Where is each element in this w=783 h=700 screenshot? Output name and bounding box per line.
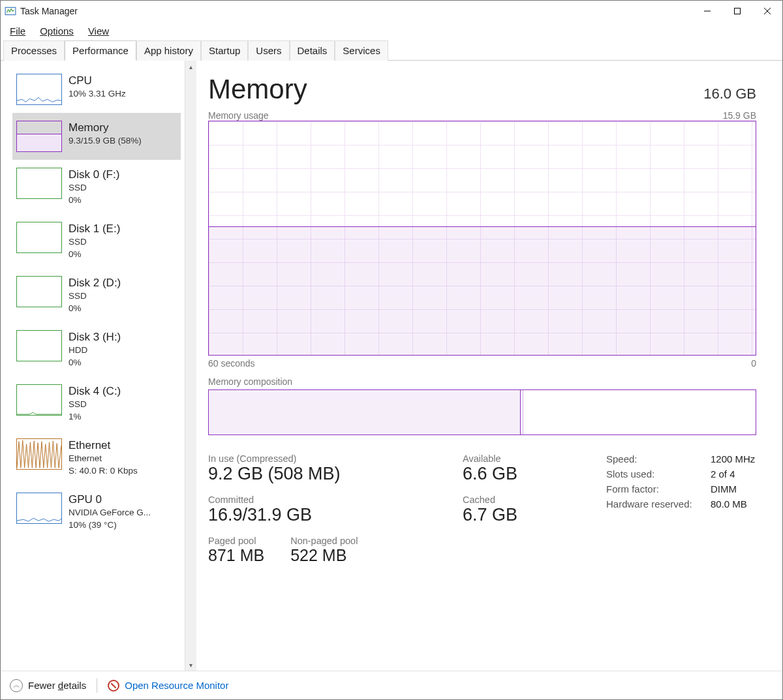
resource-monitor-label: Open Resource Monitor (125, 680, 228, 691)
nonpaged-label: Non-paged pool (290, 536, 358, 546)
tab-services[interactable]: Services (335, 40, 388, 61)
composition-available (523, 390, 756, 434)
sidebar-item-sub: 9.3/15.9 GB (58%) (69, 136, 142, 147)
sidebar-item-sub: SSD (69, 399, 121, 410)
sidebar-item-label: Disk 4 (C:) (69, 384, 121, 398)
chart-ylabel: Memory usage (208, 110, 269, 121)
memory-sparkline-icon (16, 121, 62, 152)
available-value: 6.6 GB (463, 464, 580, 484)
tab-details[interactable]: Details (290, 40, 335, 61)
chart-xright: 0 (751, 358, 756, 369)
resource-monitor-icon (108, 680, 119, 692)
chart-xleft: 60 seconds (208, 358, 255, 369)
scroll-down-icon[interactable]: ▾ (185, 659, 196, 671)
memory-total: 16.0 GB (703, 85, 756, 102)
menu-bar: File Options View (1, 22, 782, 40)
in-use-value: 9.2 GB (508 MB) (208, 464, 437, 484)
sidebar-item-cpu[interactable]: CPU 10% 3.31 GHz (12, 66, 181, 113)
sidebar-item-sub2: 0% (69, 195, 119, 206)
disk-sparkline-icon (16, 384, 62, 416)
cpu-sparkline-icon (16, 74, 62, 105)
sidebar-item-sub2: S: 40.0 R: 0 Kbps (69, 466, 138, 477)
app-icon (5, 5, 16, 17)
open-resource-monitor-link[interactable]: Open Resource Monitor (108, 680, 228, 692)
minimize-button[interactable] (692, 1, 722, 22)
hw-slots-key: Slots used: (606, 468, 711, 479)
tab-processes[interactable]: Processes (3, 40, 65, 61)
title-bar: Task Manager (1, 1, 782, 22)
divider (97, 678, 97, 693)
in-use-label: In use (Compressed) (208, 453, 437, 464)
tab-strip: Processes Performance App history Startu… (1, 40, 782, 61)
sidebar-item-label: Disk 2 (D:) (69, 276, 121, 290)
sidebar-item-sub2: 1% (69, 412, 121, 423)
hw-speed-val: 1200 MHz (711, 453, 755, 464)
hw-form-key: Form factor: (606, 483, 711, 495)
sidebar-item-label: Ethernet (69, 438, 138, 452)
tab-app-history[interactable]: App history (136, 40, 201, 61)
footer-bar: ︿ Fewer details Open Resource Monitor (1, 671, 782, 699)
committed-value: 16.9/31.9 GB (208, 505, 437, 525)
tab-users[interactable]: Users (248, 40, 289, 61)
tab-performance[interactable]: Performance (65, 40, 136, 61)
hw-slots-val: 2 of 4 (711, 468, 735, 479)
menu-view[interactable]: View (88, 25, 109, 37)
memory-panel: Memory 16.0 GB Memory usage 15.9 GB 60 s… (196, 61, 782, 671)
cached-value: 6.7 GB (463, 505, 580, 525)
disk-sparkline-icon (16, 222, 62, 253)
task-manager-window: Task Manager File Options View Processes… (0, 0, 783, 700)
composition-in-use (209, 390, 521, 434)
fewer-details-button[interactable]: ︿ Fewer details (10, 679, 86, 692)
disk-sparkline-icon (16, 276, 62, 307)
sidebar-item-sub2: 0% (69, 303, 121, 314)
tab-startup[interactable]: Startup (201, 40, 248, 61)
sidebar-item-sub: HDD (69, 345, 121, 356)
hw-form-val: DIMM (711, 483, 737, 495)
disk-sparkline-icon (16, 168, 62, 199)
cached-label: Cached (463, 495, 580, 505)
disk-sparkline-icon (16, 330, 62, 361)
chart-ymax: 15.9 GB (723, 110, 756, 121)
memory-composition-bar (208, 389, 756, 435)
sidebar-item-gpu-0[interactable]: GPU 0 NVIDIA GeForce G... 10% (39 °C) (12, 485, 181, 539)
sidebar-item-sub: Ethernet (69, 453, 138, 464)
sidebar-item-label: GPU 0 (69, 493, 151, 506)
gpu-sparkline-icon (16, 493, 62, 524)
sidebar-item-disk-1[interactable]: Disk 1 (E:) SSD 0% (12, 214, 181, 268)
svg-rect-2 (735, 8, 741, 14)
ethernet-sparkline-icon (16, 438, 62, 470)
hw-reserved-val: 80.0 MB (711, 498, 747, 510)
sidebar-item-disk-0[interactable]: Disk 0 (F:) SSD 0% (12, 160, 181, 214)
window-controls (692, 1, 782, 22)
sidebar-item-label: Memory (69, 121, 142, 134)
close-button[interactable] (752, 1, 782, 22)
menu-options[interactable]: Options (40, 25, 74, 37)
scroll-up-icon[interactable]: ▴ (185, 61, 196, 72)
menu-file[interactable]: File (10, 25, 25, 37)
sidebar-item-sub2: 0% (69, 358, 121, 369)
sidebar-item-disk-4[interactable]: Disk 4 (C:) SSD 1% (12, 376, 181, 431)
nonpaged-value: 522 MB (290, 546, 358, 565)
sidebar-item-label: Disk 3 (H:) (69, 330, 121, 344)
page-title: Memory (208, 74, 307, 105)
sidebar-item-sub2: 10% (39 °C) (69, 520, 151, 531)
fewer-details-label: Fewer details (28, 680, 86, 691)
sidebar-item-ethernet[interactable]: Ethernet Ethernet S: 40.0 R: 0 Kbps (12, 431, 181, 485)
sidebar-item-sub2: 0% (69, 249, 120, 260)
maximize-button[interactable] (722, 1, 752, 22)
sidebar-item-sub: SSD (69, 183, 119, 194)
sidebar-item-disk-2[interactable]: Disk 2 (D:) SSD 0% (12, 268, 181, 322)
available-label: Available (463, 453, 580, 464)
sidebar-item-sub: NVIDIA GeForce G... (69, 508, 151, 519)
paged-value: 871 MB (208, 546, 264, 565)
sidebar-item-sub: SSD (69, 291, 121, 302)
sidebar-item-memory[interactable]: Memory 9.3/15.9 GB (58%) (12, 113, 181, 160)
sidebar-item-disk-3[interactable]: Disk 3 (H:) HDD 0% (12, 322, 181, 376)
memory-usage-chart (208, 121, 756, 356)
paged-label: Paged pool (208, 536, 264, 546)
hw-reserved-key: Hardware reserved: (606, 498, 711, 510)
sidebar-item-label: Disk 0 (F:) (69, 168, 119, 181)
sidebar-scrollbar[interactable]: ▴ ▾ (185, 61, 196, 671)
sidebar-item-label: Disk 1 (E:) (69, 222, 120, 236)
sidebar-item-sub: SSD (69, 237, 120, 248)
